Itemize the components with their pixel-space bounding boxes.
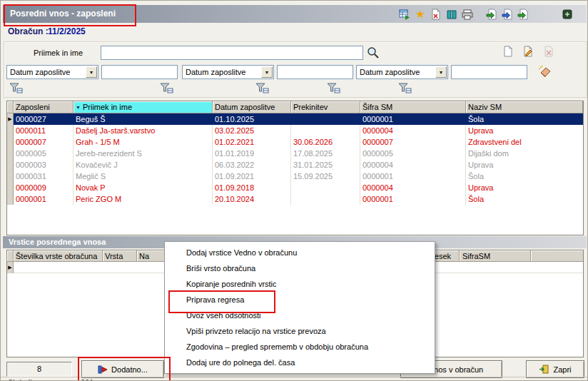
cell-naziv-sm: Šola [466, 113, 583, 125]
sort-desc-icon: ▼ [76, 105, 81, 110]
cell-zaposleni: 0000027 [14, 113, 74, 125]
table-row[interactable]: 0000031 Meglič S 01.09.2021 15.09.2025 0… [7, 171, 583, 182]
cell-sifra-sm: 0000007 [360, 136, 466, 148]
filter-combo-3[interactable]: Datum zaposlitve ▼ [356, 65, 448, 79]
cell-sifra-sm: 0000001 [360, 171, 466, 182]
cell-priimek: Kovačevič J [74, 159, 213, 171]
menu-item-kopiranje[interactable]: Kopiranje posrednih vrstic [165, 276, 435, 292]
row-marker: ▶ [7, 113, 14, 125]
search-icon[interactable] [367, 46, 380, 59]
cell-priimek: Grah - 1/5 M [74, 136, 213, 148]
menu-item-dodaj-vrstice[interactable]: Dodaj vrstice Vedno v obračunu [165, 245, 435, 260]
filter-combo-2[interactable]: Datum zaposlitve ▼ [182, 65, 274, 79]
cell-prekinitev [291, 182, 360, 193]
table-export-icon[interactable] [399, 9, 410, 20]
table-row[interactable]: 0000007 Grah - 1/5 M 01.02.2021 30.06.20… [7, 136, 583, 148]
cell-naziv-sm: Šola [466, 193, 583, 205]
row-marker [7, 171, 14, 182]
row-marker [7, 148, 14, 159]
favorites-star-icon[interactable]: ★ [415, 9, 426, 20]
context-menu: Dodaj vrstice Vedno v obračunu Briši vrs… [164, 241, 435, 374]
table-row[interactable]: 0000009 Novak P 01.09.2018 0000004 Uprav… [7, 182, 583, 193]
search-input[interactable] [101, 46, 363, 60]
grid-header-prekinitev[interactable]: Prekinitev [291, 101, 360, 113]
row-marker [7, 136, 14, 148]
grid-header-datum[interactable]: Datum zaposlitve [213, 101, 291, 113]
record-count: 8 [6, 362, 72, 377]
document-remove-icon[interactable] [430, 9, 442, 20]
menu-item-zgodovina[interactable]: Zgodovina – pregled sprememb v obdobju o… [165, 339, 435, 355]
filter-funnel-icon[interactable] [160, 83, 173, 93]
cell-sifra-sm: 0000004 [360, 159, 466, 171]
filter-value-1[interactable] [101, 65, 178, 79]
grid-header-sifra-sm[interactable]: Šifra SM [360, 101, 466, 113]
menu-item-uvoz-odsotnosti[interactable]: Uvoz vseh odsotnosti [165, 308, 435, 323]
filter-funnel-icon[interactable] [9, 83, 23, 93]
titlebar-toolbar: ★ [399, 8, 573, 21]
print-icon[interactable] [462, 9, 473, 20]
cell-priimek: Beguš Š [74, 113, 213, 125]
cell-prekinitev [291, 193, 360, 205]
table-row[interactable]: 0000005 Jereb-nerezident S 01.01.2019 17… [7, 148, 583, 159]
filter-funnel-icon[interactable] [255, 83, 269, 93]
clear-filters-icon[interactable] [538, 65, 552, 77]
cell-zaposleni: 0000031 [14, 171, 74, 182]
filter-funnel-icon[interactable] [327, 83, 340, 93]
cell-naziv-sm: Uprava [466, 159, 583, 171]
filter-value-2[interactable] [277, 65, 353, 79]
statusbar-user: Skrbnik [8, 378, 34, 381]
grid-header-marker [7, 101, 14, 113]
row-marker: ▶ [7, 262, 14, 273]
employees-grid: Zaposleni ▼Priimek in ime Datum zaposlit… [6, 101, 584, 235]
grid2-header-sifrasm[interactable]: SifraSM [460, 250, 531, 262]
grid-header-priimek[interactable]: ▼Priimek in ime [74, 101, 213, 113]
export-analysis-icon[interactable] [502, 9, 513, 20]
catalog-book-icon[interactable] [446, 9, 457, 20]
menu-item-brisi-vrsto[interactable]: Briši vrsto obračuna [165, 260, 435, 276]
export-grid-icon[interactable] [486, 9, 497, 20]
cell-datum: 06.03.2022 [213, 159, 291, 171]
cell-sifra-sm: 0000004 [360, 182, 466, 193]
filter-combo-1[interactable]: Datum zaposlitve ▼ [6, 65, 98, 79]
table-row[interactable]: 0000001 Peric ZGO M 20.10.2024 0000001 Š… [7, 193, 583, 205]
cell-sifra-sm: 0000001 [360, 193, 466, 205]
menu-item-priprava-regresa[interactable]: Priprava regresa [165, 292, 435, 308]
filter-combo-3-value: Datum zaposlitve [360, 68, 420, 76]
table-row[interactable]: ▶ 0000027 Beguš Š 01.10.2025 0000001 Šol… [7, 113, 583, 125]
cell-naziv-sm: Šola [466, 171, 583, 182]
statusbar-divider [1, 377, 588, 377]
menu-item-privzeta-relacija[interactable]: Vpiši privzeto relacijo na vrstice prevo… [165, 323, 435, 339]
filter-value-3[interactable] [451, 65, 527, 79]
edit-record-icon[interactable] [522, 46, 534, 57]
cell-priimek: Novak P [74, 182, 213, 193]
cell-datum: 01.02.2021 [213, 136, 291, 148]
cell-priimek: Dašelj Ja-starš.varstvo [74, 125, 213, 136]
cell-prekinitev: 31.01.2025 [291, 159, 360, 171]
filter-funnel-icon[interactable] [398, 83, 412, 93]
app-window: Posredni vnos - zaposleni ★ Obračun : 11… [0, 0, 588, 381]
cell-prekinitev [291, 125, 360, 136]
obracun-label: Obračun : [8, 26, 49, 36]
menu-item-dodaj-ure[interactable]: Dodaj ure do polnega del. časa [165, 355, 435, 370]
export-data-icon[interactable] [517, 9, 529, 20]
chevron-down-icon: ▼ [261, 66, 273, 78]
grid2-header-stevilka[interactable]: Številka vrste obračuna [14, 250, 103, 262]
grid2-header-vrsta[interactable]: Vrsta [103, 250, 137, 262]
cell-naziv-sm: Uprava [466, 182, 583, 193]
grid2-header-empty [531, 250, 583, 262]
cell-zaposleni: 0000007 [14, 136, 74, 148]
table-row[interactable]: 0000011 Dašelj Ja-starš.varstvo 03.02.20… [7, 125, 583, 136]
cell-prekinitev: 30.06.2026 [291, 136, 360, 148]
filter-combo-2-value: Datum zaposlitve [186, 68, 245, 76]
dodatno-button[interactable]: Dodatno... [81, 360, 164, 378]
table-row[interactable]: 0000003 Kovačevič J 06.03.2022 31.01.202… [7, 159, 583, 171]
grid-header-zaposleni[interactable]: Zaposleni [14, 101, 74, 113]
insert-record-icon[interactable] [502, 46, 514, 57]
grid-header-naziv-sm[interactable]: Naziv SM [466, 101, 583, 113]
exit-door-icon [539, 364, 549, 375]
delete-record-icon [543, 46, 554, 57]
tools-icon[interactable] [562, 9, 573, 20]
zapri-button[interactable]: Zapri [526, 360, 584, 378]
cell-zaposleni: 0000009 [14, 182, 74, 193]
cell-priimek: Meglič S [74, 171, 213, 182]
